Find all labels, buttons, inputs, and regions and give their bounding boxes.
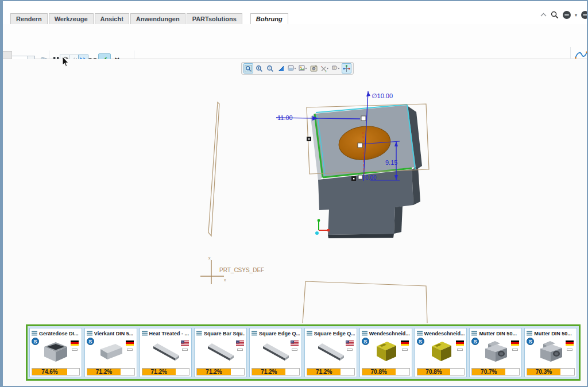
part-title: Vierkant DIN 5... xyxy=(94,331,133,336)
part-title: Gerätedose DI... xyxy=(39,331,79,336)
part-thumbnail[interactable] xyxy=(40,338,72,365)
supplier-badge: S xyxy=(87,338,94,345)
tab-werkzeuge[interactable]: Werkzeuge xyxy=(49,13,94,24)
match-percent: 71.2% xyxy=(307,369,341,375)
match-percent: 71.2% xyxy=(252,369,285,375)
part-thumbnail[interactable] xyxy=(204,338,237,365)
tab-rendern[interactable]: Rendern xyxy=(10,13,48,24)
part-thumbnail[interactable] xyxy=(150,338,182,365)
tab-anwendungen[interactable]: Anwendungen xyxy=(130,13,185,24)
refit-button[interactable] xyxy=(243,63,253,73)
supplier-badge: S xyxy=(32,338,39,345)
flag-caption xyxy=(512,349,518,351)
datum-display-button[interactable]: xy xyxy=(320,63,330,73)
account-menu-icon[interactable] xyxy=(563,11,571,19)
supplier-badge: S xyxy=(417,338,424,345)
match-bar: 71.2% xyxy=(307,368,355,376)
flag-caption xyxy=(182,349,188,351)
ribbon-dashboard: ▾ ✓ × Bezug ▾ xyxy=(3,24,588,59)
match-percent: 71.2% xyxy=(197,369,230,375)
country-flag-icon xyxy=(291,338,299,348)
saved-orientations-button[interactable] xyxy=(298,63,308,73)
part-thumbnail[interactable] xyxy=(479,338,512,365)
country-flag-icon xyxy=(346,338,354,348)
country-flag-icon xyxy=(126,338,134,348)
match-bar: 70.7% xyxy=(471,368,520,376)
country-flag-icon xyxy=(401,338,409,348)
country-flag-icon xyxy=(71,338,79,348)
chevron-down-icon[interactable]: ▾ xyxy=(575,13,577,18)
part-thumbnail[interactable] xyxy=(95,338,127,365)
match-bar: 71.2% xyxy=(87,368,135,376)
part-thumbnail[interactable] xyxy=(425,338,457,365)
collapse-ribbon-icon[interactable] xyxy=(540,13,547,17)
result-card[interactable]: Vierkant DIN 5... S 71.2% xyxy=(84,328,137,377)
display-style-button[interactable] xyxy=(287,63,297,73)
match-percent: 70.3% xyxy=(527,369,560,375)
flag-caption xyxy=(72,349,78,351)
menu-icon[interactable] xyxy=(87,331,92,336)
window-menu-icon[interactable] xyxy=(581,11,588,19)
result-card[interactable]: Mutter DIN 50... S 70.3% xyxy=(524,328,577,377)
annotation-display-button[interactable] xyxy=(331,63,341,73)
part-thumbnail[interactable] xyxy=(370,338,402,365)
part-title: Mutter DIN 50... xyxy=(534,331,572,336)
result-card[interactable]: Wendeschneid... S 70.8% xyxy=(415,328,467,377)
match-percent: 70.8% xyxy=(362,369,396,375)
result-card[interactable]: Gerätedose DI... S 74.6% xyxy=(29,328,82,377)
flag-caption xyxy=(567,349,572,351)
view-manager-button[interactable] xyxy=(309,63,319,73)
svg-text:y: y xyxy=(325,69,327,72)
part-title: Wendeschneid... xyxy=(424,331,465,336)
menu-icon[interactable] xyxy=(196,331,202,336)
part-thumbnail[interactable] xyxy=(535,338,567,365)
tab-bohrung[interactable]: Bohrung xyxy=(250,13,288,24)
match-bar: 71.2% xyxy=(196,368,245,376)
part-thumbnail[interactable] xyxy=(260,338,292,365)
tab-ansicht[interactable]: Ansicht xyxy=(95,13,129,24)
country-flag-icon xyxy=(181,338,189,348)
ribbon-tabs: RendernWerkzeugeAnsichtAnwendungenPARTso… xyxy=(10,13,289,24)
part-title: Heat Treated - ... xyxy=(149,331,189,336)
flag-caption xyxy=(127,349,133,351)
result-card[interactable]: Square Edge Q... 71.2% xyxy=(304,328,357,377)
match-bar: 70.3% xyxy=(527,368,575,376)
menu-icon[interactable] xyxy=(32,331,37,336)
country-flag-icon xyxy=(236,338,244,348)
part-title: Square Edge Q... xyxy=(314,331,355,336)
spin-center-button[interactable] xyxy=(342,63,351,73)
supplier-badge: S xyxy=(471,338,479,345)
menu-icon[interactable] xyxy=(307,331,312,336)
result-card[interactable]: Mutter DIN 50... S 70.7% xyxy=(469,328,522,377)
zoom-in-button[interactable] xyxy=(254,63,264,73)
part-title: Square Edge Q... xyxy=(259,331,300,336)
match-bar: 70.8% xyxy=(417,368,465,376)
flag-caption xyxy=(457,349,463,351)
flag-caption xyxy=(347,349,353,351)
result-card[interactable]: Square Edge Q... 71.2% xyxy=(249,328,302,377)
supplier-badge: S xyxy=(362,338,369,345)
match-bar: 74.6% xyxy=(32,368,80,376)
match-bar: 71.2% xyxy=(252,368,300,376)
menu-icon[interactable] xyxy=(417,331,423,336)
result-card[interactable]: Square Bar Squ... 71.2% xyxy=(194,328,247,377)
menu-icon[interactable] xyxy=(527,331,532,336)
search-icon[interactable] xyxy=(551,11,559,19)
part-title: Mutter DIN 50... xyxy=(479,331,517,336)
menu-icon[interactable] xyxy=(252,331,257,336)
menu-icon[interactable] xyxy=(142,331,148,336)
partsolutions-results-panel: Gerätedose DI... S 74.6% Vierkant DIN 5.… xyxy=(26,324,581,381)
part-thumbnail[interactable] xyxy=(315,338,347,365)
menu-icon[interactable] xyxy=(471,331,477,336)
result-card[interactable]: Heat Treated - ... 71.2% xyxy=(140,328,192,377)
part-title: Square Bar Squ... xyxy=(204,331,245,336)
zoom-out-button[interactable] xyxy=(265,63,275,73)
part-title: Wendeschneid... xyxy=(369,331,410,336)
match-percent: 71.2% xyxy=(142,369,176,375)
navigator-collapsed-tab[interactable] xyxy=(3,51,12,59)
repaint-button[interactable] xyxy=(276,63,286,73)
menu-icon[interactable] xyxy=(362,331,368,336)
flag-caption xyxy=(237,349,243,351)
tab-partsolutions[interactable]: PARTsolutions xyxy=(187,13,242,24)
result-card[interactable]: Wendeschneid... S 70.8% xyxy=(359,328,412,377)
